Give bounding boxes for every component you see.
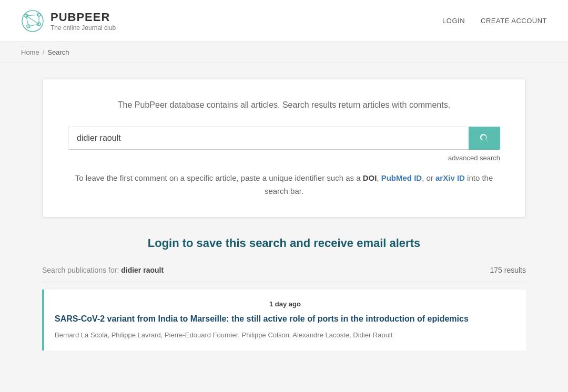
login-link[interactable]: LOGIN bbox=[442, 17, 465, 25]
breadcrumb: Home / Search bbox=[21, 48, 547, 56]
create-account-link[interactable]: CREATE ACCOUNT bbox=[481, 17, 547, 25]
search-input[interactable] bbox=[68, 127, 469, 150]
logo-text: PUBPEER The online Journal club bbox=[50, 11, 116, 32]
svg-line-9 bbox=[26, 16, 39, 24]
search-hint: To leave the first comment on a specific… bbox=[68, 171, 500, 198]
results-query: didier raoult bbox=[121, 266, 164, 274]
main-content: The PubPeer database contains all articl… bbox=[32, 79, 536, 350]
site-title: PUBPEER bbox=[50, 11, 116, 24]
search-card: The PubPeer database contains all articl… bbox=[42, 79, 526, 218]
result-authors: Bernard La Scola, Philippe Lavrard, Pier… bbox=[55, 330, 515, 341]
result-date: 1 day ago bbox=[55, 300, 515, 308]
search-description: The PubPeer database contains all articl… bbox=[68, 98, 500, 112]
result-title[interactable]: SARS-CoV-2 variant from India to Marseil… bbox=[55, 313, 515, 325]
login-prompt-heading: Login to save this search and receive em… bbox=[42, 236, 526, 250]
login-prompt: Login to save this search and receive em… bbox=[42, 236, 526, 250]
breadcrumb-separator: / bbox=[43, 48, 45, 56]
results-label: Search publications for: didier raoult bbox=[42, 266, 164, 274]
search-row bbox=[68, 127, 500, 150]
hint-comma1: , bbox=[377, 173, 381, 182]
search-icon bbox=[479, 133, 490, 143]
breadcrumb-bar: Home / Search bbox=[0, 42, 568, 63]
pubpeer-logo-icon bbox=[21, 9, 44, 33]
results-label-before: Search publications for: bbox=[42, 266, 121, 274]
result-item: 1 day ago SARS-CoV-2 variant from India … bbox=[42, 290, 526, 351]
hint-doi: DOI bbox=[363, 173, 377, 182]
results-count: 175 results bbox=[490, 266, 526, 274]
breadcrumb-home[interactable]: Home bbox=[21, 48, 39, 56]
search-button[interactable] bbox=[469, 127, 500, 150]
hint-arxiv: arXiv ID bbox=[435, 173, 465, 182]
hint-pubmed: PubMed ID bbox=[381, 173, 422, 182]
breadcrumb-current: Search bbox=[47, 48, 69, 56]
results-header: Search publications for: didier raoult 1… bbox=[42, 261, 526, 282]
advanced-search-link[interactable]: advanced search bbox=[68, 154, 500, 162]
hint-comma2: , or bbox=[422, 173, 435, 182]
header-nav: LOGIN CREATE ACCOUNT bbox=[442, 17, 547, 25]
site-subtitle: The online Journal club bbox=[50, 24, 116, 32]
logo-area: PUBPEER The online Journal club bbox=[21, 9, 116, 33]
site-header: PUBPEER The online Journal club LOGIN CR… bbox=[0, 0, 568, 42]
hint-text-before: To leave the first comment on a specific… bbox=[75, 173, 363, 182]
